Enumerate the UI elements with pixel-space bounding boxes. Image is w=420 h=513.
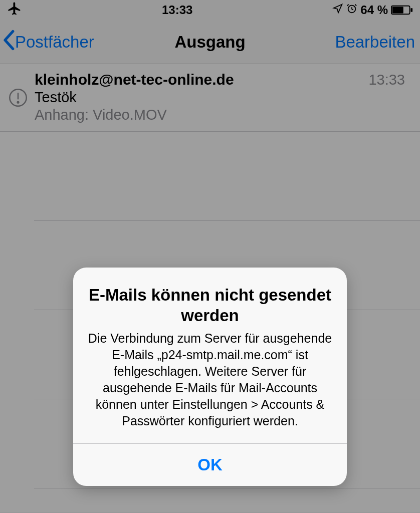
alert-ok-button[interactable]: OK: [73, 444, 347, 486]
alert-message: Die Verbindung zum Server für ausgehende…: [87, 330, 333, 429]
alert-dialog: E-Mails können nicht gesendet werden Die…: [73, 268, 347, 486]
alert-content: E-Mails können nicht gesendet werden Die…: [73, 268, 347, 443]
alert-title: E-Mails können nicht gesendet werden: [87, 285, 333, 326]
